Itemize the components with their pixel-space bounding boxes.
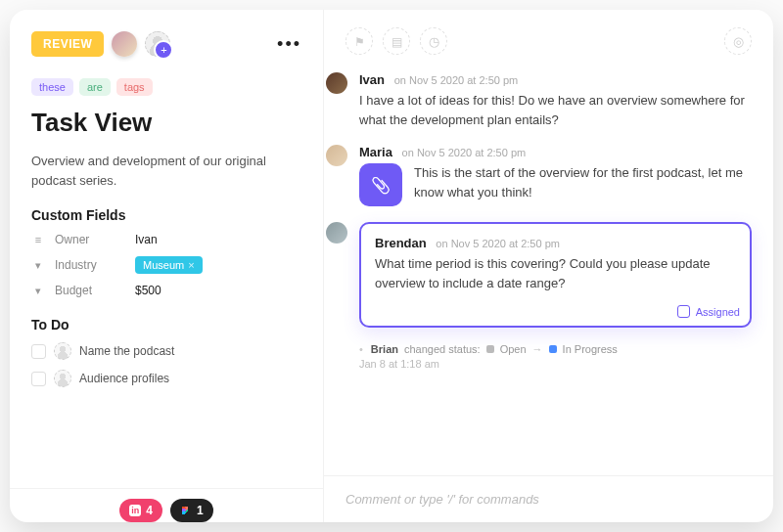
field-value[interactable]: Ivan bbox=[135, 233, 158, 246]
assignee-placeholder-icon[interactable] bbox=[54, 342, 71, 360]
figma-pill[interactable]: 1 bbox=[170, 499, 213, 522]
todo-label: Audience profiles bbox=[79, 372, 169, 385]
field-value-pill[interactable]: Museum× bbox=[135, 256, 203, 274]
comment: Brendan on Nov 5 2020 at 2:50 pm What ti… bbox=[326, 222, 752, 328]
left-pane: REVIEW ••• these are tags Task View Over… bbox=[10, 10, 323, 522]
comment-time: on Nov 5 2020 at 2:50 pm bbox=[402, 147, 527, 158]
arrow-icon: → bbox=[532, 343, 543, 355]
assigned-comment-card[interactable]: Brendan on Nov 5 2020 at 2:50 pm What ti… bbox=[359, 222, 752, 328]
comment-avatar[interactable] bbox=[326, 72, 347, 94]
comment-author: Brendan bbox=[375, 236, 427, 250]
activity-entry: Brian changed status: Open → In Progress… bbox=[359, 343, 752, 370]
status-to: In Progress bbox=[563, 343, 618, 355]
watch-button[interactable] bbox=[724, 27, 752, 55]
comment-thread: Ivan on Nov 5 2020 at 2:50 pm I have a l… bbox=[324, 72, 773, 475]
todo-list: Name the podcast Audience profiles bbox=[31, 342, 301, 387]
comment: Maria on Nov 5 2020 at 2:50 pm This is t… bbox=[326, 145, 752, 206]
tag-list: these are tags bbox=[31, 78, 301, 96]
time-button[interactable] bbox=[420, 27, 447, 55]
owner-icon: ≡ bbox=[31, 234, 45, 245]
clock-icon bbox=[429, 34, 439, 49]
comment-text: What time period is this covering? Could… bbox=[375, 254, 736, 292]
invision-pill[interactable]: in 4 bbox=[119, 499, 162, 522]
count: 1 bbox=[197, 504, 204, 517]
clear-icon[interactable]: × bbox=[188, 259, 194, 271]
tag[interactable]: tags bbox=[116, 78, 153, 96]
custom-fields: ≡ Owner Ivan ▾ Industry Museum× ▾ Budget… bbox=[31, 233, 301, 297]
field-industry: ▾ Industry Museum× bbox=[31, 256, 301, 274]
assigned-indicator[interactable]: Assigned bbox=[677, 305, 740, 318]
field-value[interactable]: $500 bbox=[135, 284, 161, 297]
calendar-icon bbox=[392, 34, 402, 49]
priority-flag-button[interactable] bbox=[345, 27, 373, 55]
right-pane: Ivan on Nov 5 2020 at 2:50 pm I have a l… bbox=[323, 10, 773, 522]
right-topbar bbox=[324, 10, 773, 72]
task-description[interactable]: Overview and development of our original… bbox=[31, 152, 301, 190]
todo-label: Name the podcast bbox=[79, 344, 174, 358]
status-badge[interactable]: REVIEW bbox=[31, 31, 104, 57]
dropdown-icon: ▾ bbox=[31, 285, 45, 297]
field-label: Budget bbox=[55, 284, 125, 297]
date-button[interactable] bbox=[383, 27, 410, 55]
left-topbar: REVIEW ••• bbox=[31, 31, 301, 57]
comment-time: on Nov 5 2020 at 2:50 pm bbox=[394, 74, 519, 86]
assignee-placeholder-icon[interactable] bbox=[54, 370, 71, 387]
comment-author: Maria bbox=[359, 145, 392, 159]
attachment-bar: in 4 1 bbox=[10, 488, 323, 522]
flag-icon bbox=[354, 34, 365, 49]
comment-author: Ivan bbox=[359, 72, 385, 87]
field-budget: ▾ Budget $500 bbox=[31, 284, 301, 297]
activity-verb: changed status: bbox=[404, 343, 481, 355]
field-owner: ≡ Owner Ivan bbox=[31, 233, 301, 246]
bullet-icon bbox=[359, 343, 365, 355]
comment-text: I have a lot of ideas for this! Do we ha… bbox=[359, 91, 752, 129]
paperclip-icon bbox=[371, 176, 391, 195]
assignee-avatar[interactable] bbox=[112, 31, 137, 57]
comment-avatar[interactable] bbox=[326, 145, 347, 166]
activity-actor: Brian bbox=[371, 343, 398, 355]
count: 4 bbox=[146, 504, 153, 517]
todo-heading: To Do bbox=[31, 317, 301, 332]
status-color-icon bbox=[549, 345, 557, 353]
checkbox[interactable] bbox=[31, 344, 46, 359]
checkbox[interactable] bbox=[677, 305, 690, 318]
more-menu[interactable]: ••• bbox=[277, 34, 301, 55]
tag[interactable]: are bbox=[79, 78, 111, 96]
custom-fields-heading: Custom Fields bbox=[31, 207, 301, 223]
add-assignee-button[interactable] bbox=[145, 31, 170, 57]
comment-text: This is the start of the overview for th… bbox=[414, 163, 752, 201]
invision-icon: in bbox=[129, 505, 141, 516]
assigned-label: Assigned bbox=[696, 306, 740, 318]
todo-item[interactable]: Audience profiles bbox=[31, 370, 301, 387]
figma-icon bbox=[180, 505, 192, 516]
comment: Ivan on Nov 5 2020 at 2:50 pm I have a l… bbox=[326, 72, 752, 129]
field-label: Industry bbox=[55, 258, 125, 272]
comment-avatar[interactable] bbox=[326, 222, 347, 244]
task-window: REVIEW ••• these are tags Task View Over… bbox=[10, 10, 773, 522]
status-from: Open bbox=[500, 343, 527, 355]
checkbox[interactable] bbox=[31, 372, 46, 386]
dropdown-icon: ▾ bbox=[31, 259, 45, 272]
comment-input[interactable]: Comment or type '/' for commands bbox=[324, 475, 773, 522]
task-title[interactable]: Task View bbox=[31, 108, 301, 138]
comment-time: on Nov 5 2020 at 2:50 pm bbox=[436, 238, 560, 249]
attachment-button[interactable] bbox=[359, 163, 402, 206]
field-label: Owner bbox=[55, 233, 125, 246]
tag[interactable]: these bbox=[31, 78, 73, 96]
activity-date: Jan 8 at 1:18 am bbox=[359, 358, 752, 370]
todo-item[interactable]: Name the podcast bbox=[31, 342, 301, 360]
status-color-icon bbox=[486, 345, 494, 353]
eye-icon bbox=[733, 34, 744, 49]
